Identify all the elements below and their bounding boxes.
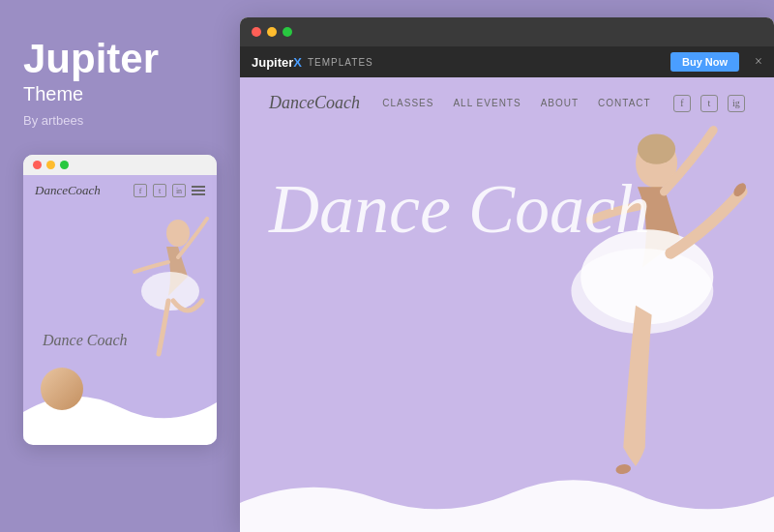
svg-point-6 <box>615 463 632 475</box>
website-nav: DanceCoach CLASSES ALL EVENTS ABOUT CONT… <box>240 77 774 129</box>
website-social-icons: f t ig <box>673 95 745 112</box>
website-instagram-icon[interactable]: ig <box>728 95 745 112</box>
mobile-preview-card: DanceCoach f t in <box>23 155 217 445</box>
mobile-content: DanceCoach f t in <box>23 175 217 441</box>
svg-point-1 <box>141 272 199 310</box>
dot-green <box>60 161 69 169</box>
nav-about[interactable]: ABOUT <box>541 98 579 108</box>
nav-all-events[interactable]: ALL EVENTS <box>453 98 521 108</box>
mobile-portrait-circle <box>41 368 83 410</box>
svg-point-0 <box>166 220 190 247</box>
browser-panel: JupiterX TEMPLATES Buy Now × DanceCoach … <box>240 17 774 532</box>
theme-subtitle: Theme <box>23 83 217 105</box>
nav-contact[interactable]: CONTACT <box>598 98 651 108</box>
mobile-social-icons: f t in <box>134 184 186 197</box>
close-browser-button[interactable]: × <box>755 54 762 70</box>
mobile-hamburger-icon[interactable] <box>192 186 205 195</box>
browser-templates-label: TEMPLATES <box>308 57 373 68</box>
browser-brand-name: JupiterX <box>252 55 302 70</box>
svg-point-3 <box>638 133 675 163</box>
website-content: DanceCoach CLASSES ALL EVENTS ABOUT CONT… <box>240 77 774 532</box>
browser-chrome <box>240 17 774 46</box>
browser-dot-red[interactable] <box>252 27 261 37</box>
browser-brand: JupiterX TEMPLATES <box>252 55 373 70</box>
nav-classes[interactable]: CLASSES <box>382 98 433 108</box>
dot-red <box>33 161 42 169</box>
website-menu: CLASSES ALL EVENTS ABOUT CONTACT <box>382 98 650 108</box>
left-panel: Jupiter Theme By artbees DanceCoach f t … <box>0 0 240 532</box>
hero-title: Dance Coach <box>269 174 650 244</box>
mobile-nav: DanceCoach f t in <box>23 175 217 206</box>
website-facebook-icon[interactable]: f <box>673 95 691 112</box>
website-twitter-icon[interactable]: t <box>700 95 718 112</box>
theme-author: By artbees <box>23 113 217 128</box>
browser-toolbar: JupiterX TEMPLATES Buy Now × <box>240 46 774 77</box>
mobile-facebook-icon: f <box>134 184 147 197</box>
buy-now-button[interactable]: Buy Now <box>670 52 739 72</box>
website-logo: DanceCoach <box>269 93 360 113</box>
mobile-dots <box>23 155 217 175</box>
browser-toolbar-right: Buy Now × <box>670 52 762 72</box>
browser-dot-yellow[interactable] <box>267 27 277 37</box>
mobile-logo: DanceCoach <box>35 183 101 198</box>
browser-dot-green[interactable] <box>283 27 292 37</box>
mobile-hero-text: Dance Coach <box>33 312 137 354</box>
mobile-instagram-icon: in <box>172 184 186 197</box>
dot-yellow <box>46 161 55 169</box>
theme-title: Jupiter <box>23 39 217 79</box>
mobile-twitter-icon: t <box>153 184 166 197</box>
